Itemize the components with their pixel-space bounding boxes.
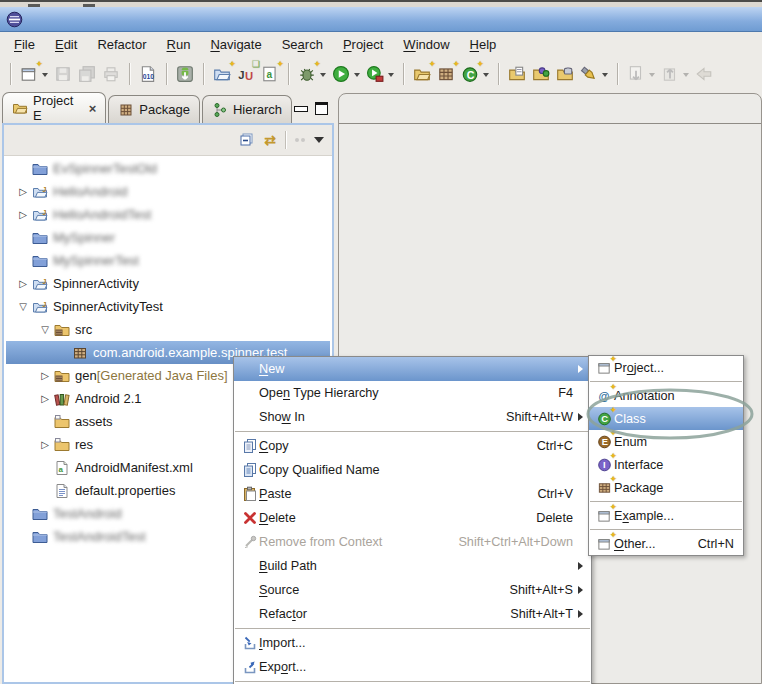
tree-row[interactable]: ▷ J HelloAndroidTest [6,203,330,226]
tab-project-explorer[interactable]: Project E × [2,92,106,123]
run-dropdown[interactable] [332,61,360,87]
new-java-project-button-2[interactable]: ✦ [413,61,431,87]
context-menu-item-copy[interactable]: Copy Ctrl+C [234,434,591,458]
expander-expanded-icon[interactable]: ▽ [14,301,32,312]
tab-package[interactable]: Package [108,95,200,123]
external-tools-dropdown[interactable] [366,61,394,87]
save-button[interactable] [54,61,72,87]
expander-collapsed-icon[interactable]: ▷ [36,393,54,404]
save-all-button[interactable] [78,61,96,87]
tree-row-src[interactable]: ▽ src [6,318,330,341]
menu-help[interactable]: Help [460,34,507,55]
submenu-item-annotation[interactable]: @✦ Annotation [589,384,743,407]
maximize-icon[interactable] [315,102,328,115]
menu-navigate[interactable]: Navigate [200,34,271,55]
menu-project[interactable]: Project [333,34,393,55]
menu-search[interactable]: Search [272,34,333,55]
panel-window-buttons [294,102,334,123]
expander-collapsed-icon[interactable]: ▷ [14,186,32,197]
submenu-item-package[interactable]: ✦ Package [589,476,743,499]
new-android-project-button[interactable]: a✦ [261,61,279,87]
android-sdk-button[interactable] [176,61,194,87]
chevron-down-icon [649,73,655,80]
context-menu-item-paste[interactable]: Paste Ctrl+V [234,482,591,506]
submenu-item-interface[interactable]: I✦ Interface [589,453,743,476]
last-edit-location-button[interactable] [627,61,655,87]
view-menu-chevron-icon[interactable] [314,137,324,148]
print-button[interactable] [102,61,120,87]
search-flashlight-icon [580,65,598,83]
run-icon [332,65,350,83]
submenu-item-enum[interactable]: E✦ Enum [589,430,743,453]
svg-text:J: J [238,68,244,80]
junit-button[interactable]: JU❏ [237,61,255,87]
chevron-down-icon [388,73,394,80]
menu-run[interactable]: Run [157,34,201,55]
expander-collapsed-icon[interactable]: ▷ [36,370,54,381]
context-menu-item-delete[interactable]: Delete Delete [234,506,591,530]
folder-closed-icon [32,161,48,177]
new-java-project-button[interactable]: ✦ [213,61,231,87]
folder-closed-icon [32,529,48,545]
submenu-item-class[interactable]: C✦ Class [589,407,743,430]
minimize-icon[interactable] [294,106,308,112]
submenu-item-other[interactable]: ✦ Other... Ctrl+N [589,532,743,555]
tree-row-spinneractivity[interactable]: ▷ J SpinnerActivity [6,272,330,295]
debug-dropdown[interactable]: ✦ [298,61,326,87]
context-menu-item-copy-qualified-name[interactable]: Copy Qualified Name [234,458,591,482]
submenu-arrow-icon [578,562,587,570]
submenu-item-project[interactable]: ✦ Project... [589,356,743,379]
context-menu-item-show-in[interactable]: Show In Shift+Alt+W [234,405,591,429]
export-icon [242,659,258,675]
submenu-item-example[interactable]: ✦ Example... [589,504,743,527]
svg-text:@: @ [598,390,609,402]
open-resource-button[interactable] [556,61,574,87]
save-icon [54,65,72,83]
tab-hierarchy[interactable]: Hierarch [202,95,292,123]
expander-collapsed-icon[interactable]: ▷ [14,209,32,220]
tree-row[interactable]: MySpinner [6,226,330,249]
svg-text:J: J [43,208,47,215]
new-wizard-dropdown[interactable]: ✦ [20,61,48,87]
context-menu-item-import[interactable]: Import... [234,631,591,655]
context-menu-item-refactor[interactable]: Refactor Shift+Alt+T [234,602,591,626]
submenu-arrow-icon [578,365,587,373]
junit-icon: JU❏ [237,65,255,83]
expander-expanded-icon[interactable]: ▽ [36,324,54,335]
context-menu-item-source[interactable]: Source Shift+Alt+S [234,578,591,602]
svg-text:J: J [43,277,47,284]
back-arrow-icon [695,65,713,83]
menu-separator [235,681,590,682]
context-menu-item-open-type-hierarchy[interactable]: Open Type Hierarchy F4 [234,381,591,405]
open-task-button[interactable] [508,61,526,87]
tree-row[interactable]: EvSpinnerTestOld [6,157,330,180]
tree-row[interactable]: MySpinnerTest [6,249,330,272]
context-menu-item-build-path[interactable]: Build Path [234,554,591,578]
menu-edit[interactable]: Edit [45,34,87,55]
tree-row-spinneractivitytest[interactable]: ▽ J SpinnerActivityTest [6,295,330,318]
close-icon[interactable]: × [89,102,97,115]
go-into-button[interactable] [661,61,689,87]
remove-from-context-icon [242,534,258,550]
folder-icon [54,437,70,453]
new-class-dropdown[interactable]: C✦ [461,61,489,87]
tree-row[interactable]: ▷ J HelloAndroid [6,180,330,203]
expander-collapsed-icon[interactable]: ▷ [36,439,54,450]
enum-icon: E✦ [597,434,612,449]
menu-window[interactable]: Window [393,34,459,55]
menu-refactor[interactable]: Refactor [87,34,156,55]
paste-icon [242,486,258,502]
expander-collapsed-icon[interactable]: ▷ [14,278,32,289]
collapse-all-icon[interactable] [239,132,255,148]
context-menu-item-export[interactable]: Export... [234,655,591,679]
menu-file[interactable]: File [4,34,45,55]
link-with-editor-icon[interactable]: ⇄ [264,133,276,147]
open-type-button[interactable] [532,61,550,87]
context-menu-item-new[interactable]: New [234,357,591,381]
binary-file-button[interactable]: 010 [139,61,157,87]
new-package-button[interactable]: ✦ [437,61,455,87]
editor-tab-strip [339,94,761,124]
save-all-icon [78,65,96,83]
back-button[interactable] [695,61,713,87]
search-dropdown[interactable] [580,61,608,87]
